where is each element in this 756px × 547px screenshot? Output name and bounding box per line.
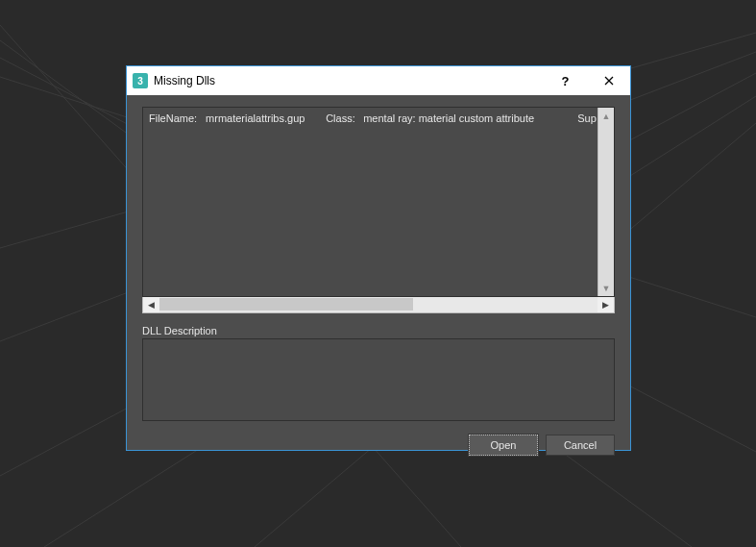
dialog-title: Missing Dlls: [154, 74, 215, 87]
scroll-left-icon[interactable]: ◀: [143, 297, 159, 312]
cancel-button[interactable]: Cancel: [546, 435, 615, 456]
class-label: Class:: [326, 112, 360, 126]
titlebar[interactable]: 3 Missing Dlls ?: [127, 66, 630, 95]
file-value: mrmaterialattribs.gup: [206, 112, 323, 126]
scroll-up-icon[interactable]: ▲: [598, 108, 614, 124]
file-label: FileName:: [149, 112, 203, 126]
help-button[interactable]: ?: [544, 66, 587, 95]
description-box: [142, 338, 615, 421]
scroll-track[interactable]: [159, 297, 597, 312]
button-row: Open Cancel: [142, 435, 615, 456]
missing-dlls-dialog: 3 Missing Dlls ? FileName: mrmaterialatt…: [126, 65, 631, 451]
description-label: DLL Description: [142, 325, 615, 336]
scroll-thumb[interactable]: [159, 298, 413, 311]
list-content: FileName: mrmaterialattribs.gup Class: m…: [143, 108, 597, 296]
class-value: mental ray: material custom attribute: [363, 112, 574, 126]
scroll-down-icon[interactable]: ▼: [598, 280, 614, 296]
missing-dll-list[interactable]: FileName: mrmaterialattribs.gup Class: m…: [142, 107, 615, 297]
horizontal-scrollbar[interactable]: ◀ ▶: [142, 297, 615, 313]
app-icon: 3: [133, 73, 148, 88]
close-icon: [604, 76, 614, 86]
close-button[interactable]: [587, 66, 630, 95]
viewport-background: 3 Missing Dlls ? FileName: mrmaterialatt…: [0, 0, 756, 547]
scroll-right-icon[interactable]: ▶: [597, 297, 614, 312]
dialog-body: FileName: mrmaterialattribs.gup Class: m…: [127, 95, 630, 467]
vertical-scrollbar[interactable]: ▲ ▼: [597, 108, 614, 296]
trailing-text: Sup: [577, 112, 597, 126]
open-button[interactable]: Open: [469, 435, 538, 456]
list-row[interactable]: FileName: mrmaterialattribs.gup Class: m…: [149, 112, 592, 126]
